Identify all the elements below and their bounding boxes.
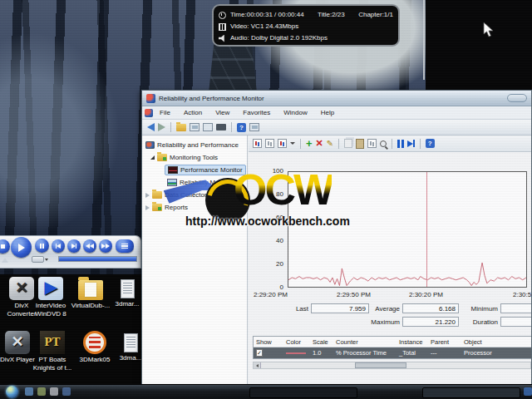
minimum-label: Minimum	[461, 305, 498, 313]
legend-counter-row[interactable]: ✓ 1.0 % Processor Time _Total --- Proces…	[254, 347, 532, 358]
average-label: Average	[342, 305, 400, 313]
y-tick-80: 80	[262, 190, 283, 198]
pause-button[interactable]	[35, 239, 49, 253]
quick-launch-icon[interactable]	[37, 387, 46, 396]
osd-time: Time:00:00:31 / 00:00:44	[230, 9, 304, 21]
copy-properties-icon[interactable]	[344, 139, 352, 148]
y-tick-40: 40	[262, 237, 283, 244]
menu-favorites[interactable]: Favorites	[236, 109, 277, 116]
rewind-button[interactable]	[83, 239, 96, 253]
start-orb[interactable]	[6, 386, 18, 398]
last-label: Last	[264, 305, 308, 313]
folder-icon	[78, 280, 103, 300]
menu-help[interactable]: Help	[314, 109, 341, 116]
taskbar[interactable]	[0, 384, 532, 399]
duration-value	[500, 317, 532, 327]
tree-item-performance-monitor[interactable]: Performance Monitor	[142, 164, 247, 176]
video-black-area	[426, 0, 532, 90]
window-edge-line	[423, 0, 425, 80]
highlight-icon[interactable]: ✎	[327, 139, 333, 148]
zoom-icon[interactable]	[380, 140, 387, 147]
taskbar-button[interactable]	[249, 387, 357, 398]
perfmon-window: Reliability and Performance Monitor File…	[141, 90, 532, 386]
clock-icon	[219, 12, 226, 19]
menu-action[interactable]: Action	[177, 109, 209, 116]
change-graph-type-icon[interactable]	[278, 139, 287, 148]
tree-item-data-collector-sets[interactable]: Data Collector Sets	[142, 189, 247, 201]
console-toolbar: ?	[142, 120, 531, 135]
expanded-twisty-icon[interactable]	[150, 155, 155, 160]
previous-chapter-button[interactable]	[52, 239, 65, 253]
menu-window[interactable]: Window	[277, 109, 313, 116]
document-icon	[124, 333, 138, 352]
window-control-button[interactable]	[507, 94, 527, 102]
new-window-icon[interactable]	[249, 123, 259, 131]
menu-file[interactable]: File	[153, 109, 177, 116]
menu-view[interactable]: View	[209, 109, 236, 116]
console-root-icon	[145, 141, 155, 149]
tree-root-reliability-and-performance[interactable]: Reliability and Performance	[142, 139, 247, 151]
legend-color-swatch	[286, 352, 306, 354]
reports-icon	[152, 204, 162, 211]
tree-item-monitoring-tools[interactable]: Monitoring Tools	[142, 151, 247, 164]
data-collector-sets-icon	[152, 191, 162, 199]
cpu-usage-chart	[288, 171, 527, 288]
scrollbar-thumb[interactable]	[355, 362, 406, 368]
performance-monitor-icon	[168, 166, 178, 174]
osd-video: Video: VC1 24.43Mbps	[230, 21, 298, 32]
y-tick-60: 60	[262, 214, 283, 221]
divx-player-icon: ✕	[5, 331, 30, 354]
quick-launch-icon[interactable]	[62, 387, 71, 396]
desktop-icon-pt-boats[interactable]: PT PT Boats Knights of t...	[28, 331, 76, 372]
window-icon[interactable]	[203, 123, 213, 131]
collapsed-twisty-icon[interactable]	[145, 205, 150, 210]
taskbar-button[interactable]	[422, 387, 520, 398]
update-data-icon[interactable]	[407, 140, 415, 147]
volume-wedge-icon	[2, 258, 8, 263]
view-current-activity-icon[interactable]	[253, 139, 262, 148]
delete-counter-icon[interactable]: ✕	[316, 139, 323, 148]
seek-slider[interactable]	[58, 256, 137, 262]
show-console-tree-icon[interactable]	[190, 123, 200, 131]
help-icon[interactable]: ?	[237, 123, 246, 132]
legend-horizontal-scrollbar[interactable]	[253, 362, 531, 369]
title-bar[interactable]: Reliability and Performance Monitor	[142, 91, 531, 106]
forward-icon[interactable]	[158, 123, 165, 131]
paste-counter-list-icon[interactable]	[356, 139, 364, 149]
menu-button[interactable]	[116, 239, 134, 253]
add-counter-icon[interactable]: +	[306, 139, 313, 148]
properties-icon[interactable]	[367, 139, 377, 148]
freeze-display-icon[interactable]	[397, 140, 404, 148]
quick-launch-icon[interactable]	[50, 387, 58, 396]
x-tick-2: 2:29:50 PM	[337, 291, 371, 298]
quick-launch-icon[interactable]	[25, 387, 33, 396]
next-chapter-button[interactable]	[67, 239, 81, 253]
play-button[interactable]	[11, 237, 32, 258]
tree-item-reports[interactable]: Reports	[142, 201, 247, 214]
y-tick-20: 20	[262, 260, 283, 268]
show-checkbox[interactable]: ✓	[256, 349, 263, 357]
x-tick-3: 2:30:20 PM	[409, 291, 443, 298]
tree-item-reliability-monitor[interactable]: Reliability Monitor	[142, 176, 247, 189]
x-tick-1: 2:29:20 PM	[254, 291, 288, 298]
console-tree: Reliability and Performance Monitoring T…	[142, 135, 248, 385]
export-icon[interactable]	[216, 124, 226, 131]
help-icon[interactable]: ?	[426, 139, 435, 148]
osd-title: Title:2/23	[318, 9, 345, 21]
menu-bar: File Action View Favorites Window Help	[142, 106, 531, 120]
back-icon[interactable]	[147, 123, 155, 131]
stop-button[interactable]	[0, 239, 10, 254]
up-folder-icon[interactable]	[176, 124, 186, 131]
maximum-label: Maximum	[342, 318, 400, 326]
collapsed-twisty-icon[interactable]	[145, 193, 150, 198]
eject-button[interactable]	[32, 256, 44, 263]
osd-audio: Audio: Dolby Digital 2.0 192Kbps	[230, 32, 328, 44]
fast-forward-button[interactable]	[99, 239, 112, 253]
scroll-left-arrow-icon[interactable]	[254, 362, 261, 368]
perfmon-toolbar: + ✕ ✎ ?	[249, 135, 531, 152]
view-log-data-icon[interactable]	[265, 139, 274, 148]
tray-icon[interactable]	[524, 387, 532, 396]
graph-type-caret-icon[interactable]	[290, 142, 295, 145]
console-icon	[145, 109, 153, 117]
maximum-value: 21.220	[402, 317, 459, 327]
